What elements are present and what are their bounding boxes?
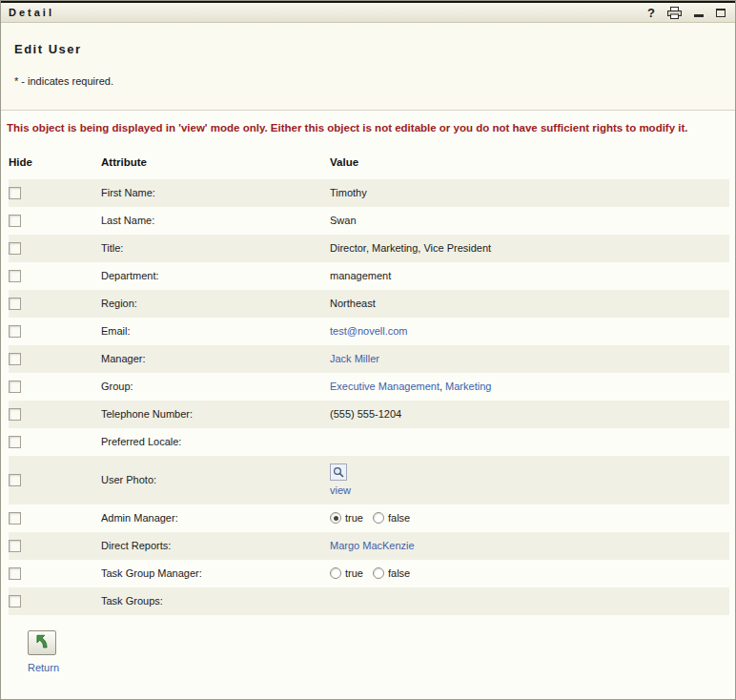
minimize-icon[interactable] (694, 9, 704, 17)
hide-cell (9, 345, 101, 373)
table-row: Preferred Locale: (9, 428, 729, 456)
hide-checkbox[interactable] (9, 270, 21, 282)
attribute-label: Telephone Number: (101, 401, 330, 428)
hide-checkbox[interactable] (9, 567, 21, 580)
radio-option-true: true (330, 567, 363, 579)
attribute-value: view (330, 456, 729, 504)
hide-checkbox[interactable] (9, 242, 21, 255)
return-label[interactable]: Return (28, 662, 735, 673)
attribute-label: Last Name: (101, 207, 330, 235)
window-title: Detail (9, 7, 54, 18)
column-header-hide: Hide (9, 147, 101, 179)
return-link[interactable]: Return (28, 662, 59, 673)
attribute-label: Task Group Manager: (101, 560, 330, 587)
table-row: Direct Reports:Margo MacKenzie (9, 532, 729, 560)
titlebar: Detail ? (1, 1, 735, 23)
required-note: * - indicates required. (14, 75, 722, 87)
hide-cell (9, 456, 101, 504)
table-row: Task Group Manager:truefalse (9, 560, 729, 587)
attribute-value: Jack Miller (330, 345, 729, 373)
hide-cell (9, 560, 101, 587)
hide-checkbox[interactable] (9, 215, 21, 227)
footer: Return (1, 615, 735, 673)
table-row: First Name:Timothy (9, 179, 729, 207)
attribute-label: Direct Reports: (101, 532, 330, 560)
attribute-value: test@novell.com (330, 318, 729, 345)
table-row: Telephone Number:(555) 555-1204 (9, 401, 729, 428)
table-row: Last Name:Swan (9, 207, 729, 235)
hide-checkbox[interactable] (9, 474, 21, 486)
attribute-value: truefalse (330, 504, 729, 532)
value-link[interactable]: Executive Management (330, 381, 440, 392)
attribute-value: Northeast (330, 290, 729, 318)
value-link[interactable]: Jack Miller (330, 353, 379, 364)
column-header-attribute: Attribute (101, 147, 330, 179)
table-row: Task Groups: (9, 587, 729, 615)
titlebar-icons: ? (647, 7, 726, 19)
hide-checkbox[interactable] (9, 325, 21, 338)
return-button[interactable] (28, 630, 56, 655)
hide-cell (9, 428, 101, 456)
magnifier-icon[interactable] (330, 463, 347, 481)
hide-cell (9, 235, 101, 262)
hide-cell (9, 532, 101, 560)
hide-cell (9, 262, 101, 290)
attribute-label: Title: (101, 235, 330, 262)
hide-checkbox[interactable] (9, 298, 21, 310)
help-icon[interactable]: ? (647, 7, 655, 19)
table-row: Title:Director, Marketing, Vice Presiden… (9, 235, 729, 262)
attribute-value (330, 587, 729, 615)
hide-checkbox[interactable] (9, 381, 21, 393)
table-header-row: Hide Attribute Value (9, 147, 729, 179)
attribute-label: Preferred Locale: (101, 428, 330, 456)
photo-view-link[interactable]: view (330, 484, 351, 496)
attribute-value: Executive Management, Marketing (330, 373, 729, 401)
attribute-label: Manager: (101, 345, 330, 373)
table-row: Admin Manager:truefalse (9, 504, 729, 532)
radio-button-true[interactable] (330, 567, 341, 579)
table-row: Region:Northeast (9, 290, 729, 318)
attribute-table: Hide Attribute Value First Name:TimothyL… (9, 147, 729, 615)
hide-cell (9, 290, 101, 318)
hide-checkbox[interactable] (9, 353, 21, 365)
hide-cell (9, 504, 101, 532)
value-link[interactable]: Margo MacKenzie (330, 540, 415, 551)
hide-cell (9, 401, 101, 428)
view-mode-notice: This object is being displayed in 'view'… (1, 111, 735, 143)
radio-button-false[interactable] (373, 512, 384, 524)
value-link[interactable]: test@novell.com (330, 325, 407, 337)
table-row: Department:management (9, 262, 729, 290)
radio-button-true[interactable] (330, 512, 341, 524)
print-icon[interactable] (667, 7, 682, 19)
attribute-label: Task Groups: (101, 587, 330, 615)
attribute-value (330, 428, 729, 456)
hide-checkbox[interactable] (9, 436, 21, 448)
hide-checkbox[interactable] (9, 187, 21, 199)
hide-cell (9, 179, 101, 207)
maximize-icon[interactable] (716, 9, 726, 17)
hide-checkbox[interactable] (9, 408, 21, 421)
radio-button-false[interactable] (373, 567, 384, 579)
attribute-label: Department: (101, 262, 330, 290)
attribute-label: First Name: (101, 179, 330, 207)
hide-checkbox[interactable] (9, 595, 21, 607)
table-row: User Photo:view (9, 456, 729, 504)
attribute-label: Email: (101, 318, 330, 345)
attribute-rows: First Name:TimothyLast Name:SwanTitle:Di… (9, 179, 729, 615)
attribute-label: Region: (101, 290, 330, 318)
header-section: Edit User * - indicates required. (1, 23, 735, 111)
return-arrow-icon (33, 633, 51, 653)
attribute-value: Timothy (330, 179, 729, 207)
hide-cell (9, 207, 101, 235)
hide-checkbox[interactable] (9, 540, 21, 552)
table-row: Group:Executive Management, Marketing (9, 373, 729, 401)
column-header-value: Value (330, 147, 729, 179)
attribute-label: User Photo: (101, 456, 330, 504)
attribute-value: Margo MacKenzie (330, 532, 729, 560)
attribute-value: Director, Marketing, Vice President (330, 235, 729, 262)
attribute-value: truefalse (330, 560, 729, 587)
attribute-value: (555) 555-1204 (330, 401, 729, 428)
value-link[interactable]: Marketing (445, 381, 491, 392)
hide-checkbox[interactable] (9, 512, 21, 525)
detail-window: Detail ? Edit User * - indicates require… (0, 0, 736, 700)
